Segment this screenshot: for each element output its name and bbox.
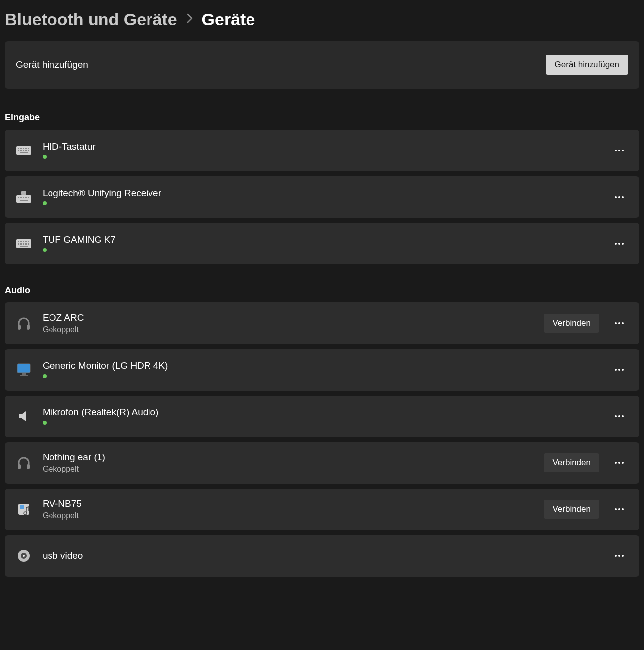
breadcrumb: Bluetooth und Geräte Geräte: [5, 5, 639, 41]
device-name: EOZ ARC: [43, 312, 533, 323]
svg-rect-56: [27, 464, 30, 469]
section-header-audio: Audio: [5, 285, 639, 296]
svg-point-68: [615, 555, 617, 557]
more-options-button[interactable]: [610, 458, 628, 467]
svg-rect-61: [20, 505, 24, 509]
svg-point-69: [618, 555, 620, 557]
more-options-button[interactable]: [610, 319, 628, 328]
more-icon: [614, 508, 624, 511]
status-connected-icon: [43, 421, 47, 425]
device-row[interactable]: Mikrofon (Realtek(R) Audio): [5, 396, 639, 437]
svg-rect-4: [25, 148, 27, 149]
more-options-button[interactable]: [610, 365, 628, 374]
svg-point-14: [622, 150, 624, 151]
more-icon: [614, 554, 624, 557]
svg-point-38: [615, 243, 617, 245]
more-options-button[interactable]: [610, 505, 628, 514]
svg-point-44: [618, 322, 620, 324]
device-name: TUF GAMING K7: [43, 234, 599, 245]
svg-point-23: [615, 196, 617, 198]
status-connected-icon: [43, 374, 47, 378]
breadcrumb-parent[interactable]: Bluetooth und Geräte: [5, 10, 177, 29]
speaker-icon: [16, 408, 32, 424]
svg-point-40: [622, 243, 624, 245]
svg-point-52: [615, 415, 617, 417]
device-name: Mikrofon (Realtek(R) Audio): [43, 407, 599, 418]
svg-rect-41: [18, 325, 21, 330]
svg-rect-30: [25, 241, 27, 242]
device-row[interactable]: TUF GAMING K7: [5, 223, 639, 264]
device-list-input: HID-Tastatur Logitech® Unifying Receiver…: [5, 130, 639, 264]
add-device-button[interactable]: Gerät hinzufügen: [546, 55, 628, 75]
headphones-icon: [16, 455, 32, 471]
device-name: Nothing ear (1): [43, 452, 533, 463]
more-options-button[interactable]: [610, 239, 628, 248]
more-options-button[interactable]: [610, 412, 628, 421]
more-options-button[interactable]: [610, 146, 628, 155]
svg-rect-35: [25, 243, 27, 245]
media-device-icon: [16, 501, 32, 517]
connect-button[interactable]: Verbinden: [544, 453, 599, 472]
svg-rect-3: [23, 148, 24, 149]
svg-point-13: [618, 150, 620, 151]
svg-rect-8: [23, 150, 24, 151]
headphones-icon: [16, 315, 32, 331]
device-row[interactable]: RV-NB75 Gekoppelt Verbinden: [5, 489, 639, 530]
svg-rect-2: [20, 148, 22, 149]
svg-point-67: [23, 555, 25, 557]
more-icon: [614, 196, 624, 199]
device-row[interactable]: usb video: [5, 535, 639, 577]
connect-button[interactable]: Verbinden: [544, 314, 599, 333]
device-row[interactable]: EOZ ARC Gekoppelt Verbinden: [5, 302, 639, 344]
device-list-audio: EOZ ARC Gekoppelt Verbinden Generic Moni…: [5, 302, 639, 577]
connect-button[interactable]: Verbinden: [544, 500, 599, 519]
chevron-right-icon: [186, 13, 193, 27]
svg-point-45: [622, 322, 624, 324]
svg-rect-46: [17, 364, 30, 373]
monitor-icon: [16, 362, 32, 378]
status-connected-icon: [43, 248, 47, 252]
status-connected-icon: [43, 155, 47, 159]
svg-rect-17: [18, 197, 19, 198]
svg-rect-31: [28, 241, 29, 242]
svg-rect-16: [16, 195, 31, 203]
camera-icon: [16, 548, 32, 564]
device-name: Logitech® Unifying Receiver: [43, 188, 599, 199]
svg-rect-47: [22, 373, 26, 375]
svg-point-64: [622, 508, 624, 510]
add-device-label: Gerät hinzufügen: [16, 59, 88, 70]
svg-point-70: [622, 555, 624, 557]
svg-rect-34: [23, 243, 24, 245]
svg-rect-15: [21, 191, 26, 195]
device-row[interactable]: Nothing ear (1) Gekoppelt Verbinden: [5, 442, 639, 484]
more-options-button[interactable]: [610, 551, 628, 560]
svg-point-62: [615, 508, 617, 510]
device-status: Gekoppelt: [43, 325, 533, 334]
keyboard-icon: [16, 236, 32, 251]
device-row[interactable]: HID-Tastatur: [5, 130, 639, 171]
device-name: Generic Monitor (LG HDR 4K): [43, 360, 599, 371]
svg-rect-9: [25, 150, 27, 151]
svg-rect-21: [28, 197, 29, 198]
svg-rect-27: [18, 241, 19, 242]
svg-point-58: [618, 462, 620, 464]
svg-rect-28: [20, 241, 22, 242]
device-row[interactable]: Logitech® Unifying Receiver: [5, 176, 639, 218]
svg-rect-10: [28, 150, 29, 151]
svg-point-53: [618, 415, 620, 417]
svg-rect-36: [28, 243, 29, 245]
svg-rect-5: [28, 148, 29, 149]
device-row[interactable]: Generic Monitor (LG HDR 4K): [5, 349, 639, 391]
status-connected-icon: [43, 201, 47, 205]
more-options-button[interactable]: [610, 193, 628, 201]
svg-point-63: [618, 508, 620, 510]
device-name: HID-Tastatur: [43, 141, 599, 152]
keyboard-icon: [16, 143, 32, 158]
svg-rect-22: [20, 200, 28, 201]
svg-rect-33: [20, 243, 22, 245]
device-status: Gekoppelt: [43, 511, 533, 520]
svg-point-57: [615, 462, 617, 464]
svg-rect-7: [20, 150, 22, 151]
svg-point-43: [615, 322, 617, 324]
svg-rect-20: [25, 197, 27, 198]
